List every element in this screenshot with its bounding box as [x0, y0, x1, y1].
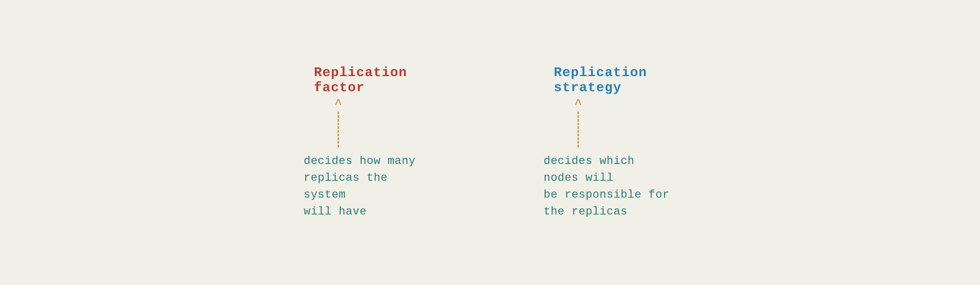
- replication-factor-title: Replication factor: [314, 65, 436, 95]
- replication-factor-description: decides how many replicas the system wil…: [304, 153, 436, 220]
- replication-strategy-desc-line1: decides which nodes will: [544, 154, 635, 184]
- left-caret-icon: ^: [334, 98, 342, 111]
- left-dashed-line: [338, 111, 339, 147]
- replication-strategy-title: Replication strategy: [554, 65, 676, 95]
- replication-strategy-desc-line2: be responsible for: [544, 188, 670, 201]
- replication-strategy-item: Replication strategy ^ decides which nod…: [544, 65, 676, 220]
- right-dashed-line: [578, 111, 579, 147]
- diagram-container: Replication factor ^ decides how many re…: [288, 50, 692, 235]
- replication-factor-item: Replication factor ^ decides how many re…: [304, 65, 436, 220]
- replication-strategy-desc-line3: the replicas: [544, 205, 628, 218]
- left-arrow-connector: ^: [334, 98, 342, 147]
- replication-factor-desc-line1: decides how many: [304, 154, 415, 167]
- right-arrow-connector: ^: [574, 98, 582, 147]
- replication-factor-desc-line3: will have: [304, 205, 367, 218]
- replication-strategy-description: decides which nodes will be responsible …: [544, 153, 676, 220]
- replication-factor-desc-line2: replicas the system: [304, 171, 388, 201]
- right-caret-icon: ^: [574, 98, 582, 111]
